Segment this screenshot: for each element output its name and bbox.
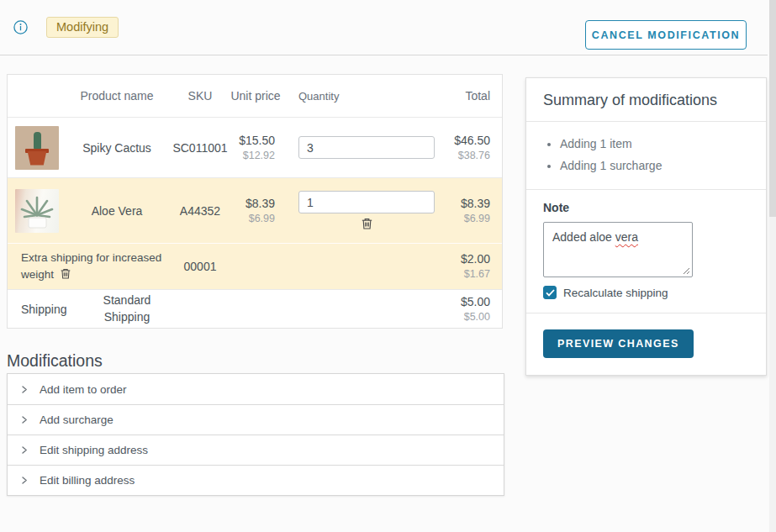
- note-text-misspelled: vera: [615, 230, 638, 244]
- column-header-quantity: Quantity: [282, 90, 451, 103]
- unit-price-cell: $8.39 $6.99: [230, 196, 282, 226]
- unit-price: $15.50: [230, 133, 275, 149]
- total: $8.39: [451, 196, 490, 212]
- scrollbar-track[interactable]: [769, 0, 776, 532]
- column-header-product-name: Product name: [63, 89, 171, 103]
- summary-item: Adding 1 item: [560, 133, 749, 155]
- cancel-modification-button[interactable]: CANCEL MODIFICATION: [585, 20, 747, 50]
- table-row-shipping: Shipping Standard Shipping $5.00 $5.00: [8, 289, 502, 328]
- accordion-edit-billing-address[interactable]: Edit billing address: [8, 465, 504, 495]
- recalculate-checkbox[interactable]: [543, 286, 557, 299]
- quantity-input[interactable]: [298, 136, 435, 159]
- summary-panel-title: Summary of modifications: [526, 78, 766, 121]
- total-cell: $46.50 $38.76: [451, 133, 502, 163]
- scrollbar-thumb[interactable]: [769, 0, 776, 217]
- trash-icon: [60, 267, 71, 280]
- chevron-right-icon: [20, 476, 29, 485]
- product-sku: A44352: [171, 204, 230, 218]
- total-original: $6.99: [451, 212, 490, 226]
- delete-surcharge-button[interactable]: [60, 267, 71, 280]
- preview-changes-button[interactable]: PREVIEW CHANGES: [543, 329, 694, 358]
- product-image-cactus: [15, 126, 59, 170]
- shipping-method: Standard Shipping: [83, 292, 171, 325]
- top-bar: Modifying CANCEL MODIFICATION: [0, 0, 768, 55]
- accordion-edit-shipping-address[interactable]: Edit shipping address: [8, 435, 504, 465]
- surcharge-label: Extra shipping for increased weight: [21, 251, 161, 281]
- checkmark-icon: [546, 289, 555, 297]
- note-textarea[interactable]: Added aloe vera: [543, 222, 693, 277]
- total-original: $38.76: [451, 149, 490, 163]
- total-cell: $2.00 $1.67: [451, 251, 502, 282]
- total-original: $5.00: [451, 310, 490, 324]
- table-row-surcharge: Extra shipping for increased weight 0000…: [8, 243, 502, 289]
- product-name: Spiky Cactus: [63, 141, 171, 155]
- surcharge-sku: 00001: [171, 260, 230, 273]
- column-header-unit-price: Unit price: [230, 88, 282, 103]
- table-row-spiky-cactus: Spiky Cactus SC011001 $15.50 $12.92 $46.…: [8, 117, 502, 177]
- note-text: Added aloe: [552, 230, 612, 244]
- summary-panel: Summary of modifications Adding 1 item A…: [525, 77, 767, 376]
- product-image-aloe: [15, 189, 59, 233]
- table-header-row: Product name SKU Unit price Quantity Tot…: [8, 75, 502, 117]
- total-cell: $8.39 $6.99: [451, 196, 502, 226]
- chevron-right-icon: [20, 445, 29, 455]
- accordion-add-surcharge[interactable]: Add surcharge: [8, 404, 504, 435]
- resize-grip-icon[interactable]: [683, 267, 690, 275]
- unit-price-original: $6.99: [230, 212, 275, 226]
- trash-icon: [361, 217, 373, 230]
- modifications-title: Modifications: [7, 351, 103, 371]
- summary-list: Adding 1 item Adding 1 surcharge: [526, 122, 766, 189]
- total: $2.00: [451, 251, 490, 267]
- accordion-add-item-to-order[interactable]: Add item to order: [8, 374, 504, 404]
- product-name: Aloe Vera: [63, 204, 171, 218]
- table-row-aloe-vera: Aloe Vera A44352 $8.39 $6.99: [8, 177, 502, 243]
- total-cell: $5.00 $5.00: [451, 294, 502, 324]
- total: $46.50: [451, 133, 490, 149]
- total: $5.00: [451, 294, 490, 310]
- unit-price: $8.39: [230, 196, 275, 212]
- delete-item-button[interactable]: [298, 217, 435, 230]
- order-items-table: Product name SKU Unit price Quantity Tot…: [7, 74, 503, 329]
- recalculate-shipping-option[interactable]: Recalculate shipping: [543, 286, 749, 299]
- info-icon[interactable]: [13, 20, 28, 34]
- quantity-input[interactable]: [298, 191, 435, 213]
- column-header-sku: SKU: [171, 89, 230, 103]
- status-badge: Modifying: [46, 17, 119, 38]
- note-label: Note: [543, 201, 749, 214]
- recalculate-label: Recalculate shipping: [563, 287, 668, 299]
- unit-price-original: $12.92: [230, 149, 275, 163]
- column-header-total: Total: [451, 88, 502, 104]
- total-original: $1.67: [451, 267, 490, 282]
- product-sku: SC011001: [171, 141, 230, 155]
- summary-item: Adding 1 surcharge: [560, 155, 749, 176]
- shipping-row-label: Shipping: [8, 303, 83, 316]
- chevron-right-icon: [20, 415, 29, 424]
- unit-price-cell: $15.50 $12.92: [230, 133, 282, 163]
- chevron-right-icon: [20, 385, 29, 394]
- modifications-accordion: Add item to order Add surcharge Edit shi…: [7, 373, 504, 496]
